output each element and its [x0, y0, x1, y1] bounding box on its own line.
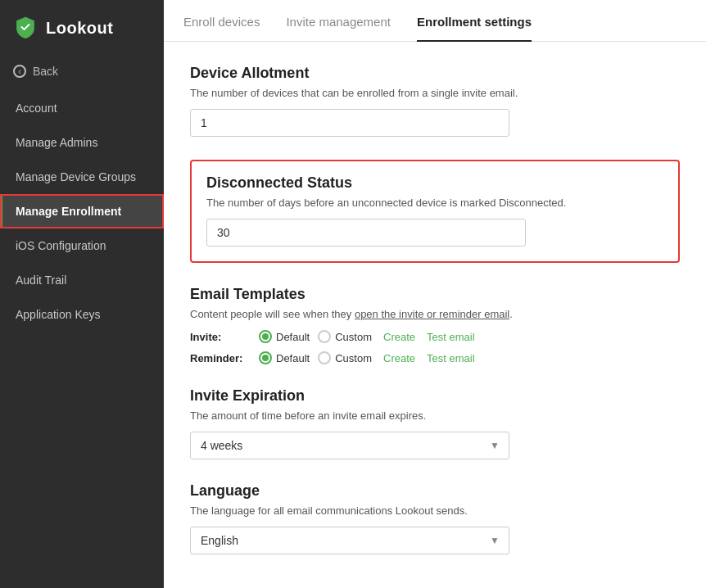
reminder-label: Reminder: [190, 352, 247, 364]
disconnected-status-box: Disconnected Status The number of days b… [190, 160, 680, 263]
reminder-default-label: Default [276, 352, 310, 364]
sidebar: Lookout ‹ Back Account Manage Admins Man… [0, 0, 164, 588]
invite-default-label: Default [276, 331, 310, 343]
reminder-default-option[interactable]: Default [259, 351, 310, 364]
invite-expiration-section: Invite Expiration The amount of time bef… [190, 387, 680, 459]
lookout-shield-icon [13, 15, 38, 42]
email-templates-title: Email Templates [190, 286, 680, 303]
main-panel: Enroll devices Invite management Enrollm… [164, 0, 706, 588]
device-allotment-section: Device Allotment The number of devices t… [190, 65, 680, 137]
sidebar-item-application-keys[interactable]: Application Keys [0, 297, 164, 332]
reminder-radio-group: Default Custom [259, 351, 372, 364]
disconnected-status-title: Disconnected Status [206, 174, 663, 192]
sidebar-item-manage-enrollment[interactable]: Manage Enrollment [0, 194, 164, 228]
invite-custom-option[interactable]: Custom [318, 330, 372, 343]
sidebar-item-manage-admins[interactable]: Manage Admins [0, 125, 164, 160]
tab-invite-management[interactable]: Invite management [286, 0, 391, 42]
email-templates-section: Email Templates Content people will see … [190, 286, 680, 364]
reminder-custom-label: Custom [335, 352, 372, 364]
invite-default-option[interactable]: Default [259, 330, 310, 343]
tab-enrollment-settings[interactable]: Enrollment settings [417, 0, 532, 42]
tab-bar: Enroll devices Invite management Enrollm… [164, 0, 706, 42]
invite-expiration-desc: The amount of time before an invite emai… [190, 409, 680, 422]
app-name: Lookout [46, 19, 113, 38]
invite-expiration-dropdown[interactable]: 1 week 2 weeks 4 weeks Never [190, 432, 509, 459]
reminder-test-email-link[interactable]: Test email [427, 352, 475, 364]
language-dropdown[interactable]: English French German Spanish [190, 527, 509, 554]
reminder-custom-option[interactable]: Custom [318, 351, 372, 364]
invite-custom-radio[interactable] [318, 330, 331, 343]
sidebar-item-manage-device-groups[interactable]: Manage Device Groups [0, 160, 164, 194]
language-title: Language [190, 482, 680, 500]
reminder-create-link[interactable]: Create [383, 352, 415, 364]
invite-expiration-title: Invite Expiration [190, 387, 680, 405]
invite-default-radio[interactable] [259, 330, 272, 343]
reminder-custom-radio[interactable] [318, 351, 331, 364]
reminder-default-radio[interactable] [259, 351, 272, 364]
content-area: Device Allotment The number of devices t… [164, 42, 706, 588]
sidebar-logo: Lookout [0, 0, 164, 57]
back-button[interactable]: ‹ Back [0, 57, 164, 86]
sidebar-item-ios-configuration[interactable]: iOS Configuration [0, 228, 164, 263]
invite-test-email-link[interactable]: Test email [427, 331, 475, 343]
invite-custom-label: Custom [335, 331, 372, 343]
reminder-row: Reminder: Default Custom Create Test ema… [190, 351, 680, 364]
invite-label: Invite: [190, 331, 247, 343]
back-label: Back [33, 65, 58, 78]
email-templates-desc: Content people will see when they open t… [190, 308, 680, 320]
sidebar-item-account[interactable]: Account [0, 91, 164, 125]
invite-radio-group: Default Custom [259, 330, 372, 343]
invite-create-link[interactable]: Create [383, 331, 415, 343]
back-chevron-icon: ‹ [13, 65, 26, 78]
disconnected-status-desc: The number of days before an unconnected… [206, 197, 663, 209]
invite-expiration-dropdown-wrap: 1 week 2 weeks 4 weeks Never ▼ [190, 432, 509, 459]
device-allotment-input[interactable] [190, 109, 509, 137]
disconnected-status-input[interactable] [206, 219, 526, 247]
language-section: Language The language for all email comm… [190, 482, 680, 554]
device-allotment-title: Device Allotment [190, 65, 680, 82]
tab-enroll-devices[interactable]: Enroll devices [183, 0, 260, 42]
sidebar-item-audit-trail[interactable]: Audit Trail [0, 263, 164, 297]
invite-row: Invite: Default Custom Create Test email [190, 330, 680, 343]
language-desc: The language for all email communication… [190, 504, 680, 517]
sidebar-nav: Account Manage Admins Manage Device Grou… [0, 91, 164, 332]
device-allotment-desc: The number of devices that can be enroll… [190, 87, 680, 99]
language-dropdown-wrap: English French German Spanish ▼ [190, 527, 509, 554]
